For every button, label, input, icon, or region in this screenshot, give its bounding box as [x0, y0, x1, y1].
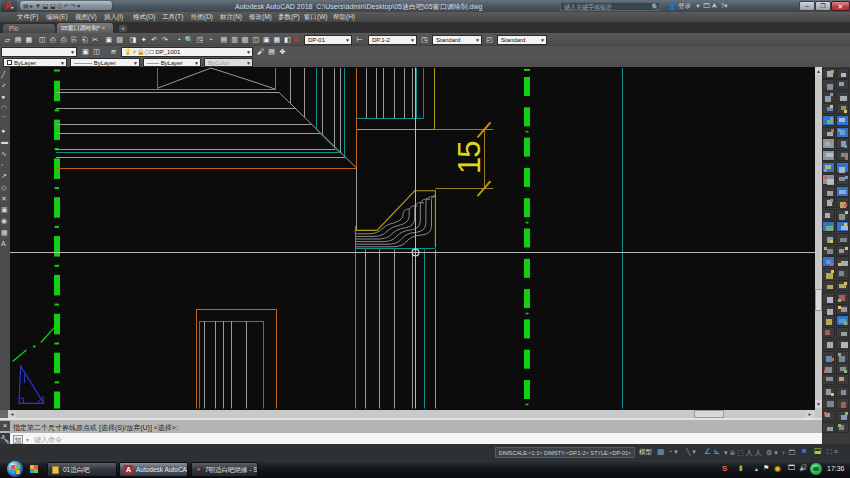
svg-text:15: 15	[452, 142, 487, 174]
